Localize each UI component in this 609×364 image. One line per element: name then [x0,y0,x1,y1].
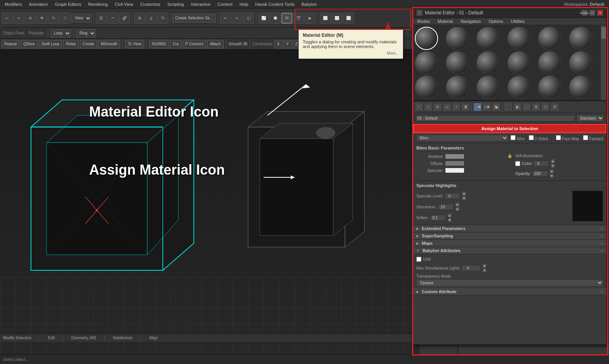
mat-menu-navigation[interactable]: Navigation [457,18,485,25]
mat-menu-utilities[interactable]: Utilities [507,18,528,25]
msmooth-btn[interactable]: MSmooth [98,40,120,48]
attach-btn[interactable]: Attach [207,40,223,48]
angle-snap-btn[interactable]: ∡ [146,13,157,24]
sphere-18[interactable] [569,76,592,99]
max-lights-down[interactable]: ▼ [482,268,487,273]
link-btn[interactable]: ⛓ [96,13,107,24]
mat-make-unique-btn[interactable]: ⬡ [541,103,550,111]
view-dropdown[interactable]: View [71,14,91,22]
gloss-down[interactable]: ▼ [455,207,460,211]
opacity-value[interactable] [532,171,548,177]
mat-plane-btn[interactable]: ▭ [443,103,451,111]
minimize-btn[interactable]: Modes [581,10,588,16]
ring-dropdown[interactable]: Ring [76,29,96,38]
bind-btn[interactable]: 🔗 [119,13,130,24]
sphere-16[interactable] [507,76,531,99]
move-btn[interactable]: ✥ [36,13,47,24]
redo-btn[interactable]: ↪ [13,13,24,24]
unlink-btn[interactable]: ✂ [107,13,118,24]
mat-delete-btn[interactable]: 🗑 [461,103,470,111]
mat-editor-body[interactable]: Assign Material to Selection Blinn Wire … [413,124,606,344]
menu-customize[interactable]: Customize [137,1,164,7]
smooth30-btn[interactable]: Smooth 30 [229,42,247,46]
mat-video-btn[interactable]: 🎥 [523,103,531,111]
percent-snap-btn[interactable]: % [157,13,168,24]
to-view-btn[interactable]: To View [125,40,144,48]
menu-modifiers[interactable]: Modifiers [2,1,25,7]
color-lock-icon[interactable]: 🔒 [507,153,512,158]
qslice-btn[interactable]: QSlice [21,40,37,48]
sphere-17[interactable] [538,76,561,99]
menu-havok[interactable]: Havok Content Tools [252,1,297,7]
create-selection-btn[interactable]: Create Selection Se... [173,14,216,22]
sphere-14[interactable] [446,76,469,99]
faceted-check[interactable]: Faceted [583,135,603,141]
max-lights-up[interactable]: ▲ [482,263,487,268]
select-btn[interactable]: ⊕ [25,13,36,24]
menu-help[interactable]: Help [236,1,252,7]
wire-check[interactable]: Wire [511,135,524,141]
supersampling-header[interactable]: ▶ SuperSampling ≡ [413,232,606,240]
opacity-up-btn[interactable]: ▲ [549,169,554,173]
mat-cylinder-btn[interactable]: ⊖ [433,103,442,111]
soften-input[interactable] [430,215,446,221]
mat-put-to-lib-btn[interactable]: 📚 [492,103,500,111]
specular-swatch[interactable] [445,168,464,173]
sphere-12[interactable] [569,51,592,74]
swift-loop-btn[interactable]: Swift Loop [39,40,62,48]
p-connect-btn[interactable]: P Connect [183,40,206,48]
menu-civil-view[interactable]: Civil View [112,1,136,7]
sphere-10[interactable] [507,51,531,74]
sphere-2[interactable] [446,27,469,50]
spec-level-input[interactable] [445,193,460,199]
mat-options-btn[interactable]: ⚙ [532,103,540,111]
color-down-btn[interactable]: ▼ [550,163,555,168]
two-sided-check[interactable]: 2-Sided [529,135,548,141]
menu-rendering[interactable]: Rendering [85,1,111,7]
spec-level-down[interactable]: ▼ [462,196,466,201]
loop-dropdown[interactable]: Loop [50,29,71,38]
mat-show-hw-btn[interactable]: ◧ [513,103,522,111]
layer-btn[interactable]: ◱ [243,13,254,24]
ambient-swatch[interactable] [445,154,464,159]
mirror-btn[interactable]: ⇔ [220,13,231,24]
menu-content[interactable]: Content [214,1,236,7]
sphere-11[interactable] [538,51,561,74]
sphere-3[interactable] [476,27,500,50]
menu-animation[interactable]: Animation [26,1,51,7]
mat-menu-options[interactable]: Options [485,18,507,25]
relax-btn[interactable]: Relax [63,40,79,48]
curve-editor-btn[interactable]: 📈 [258,13,269,24]
main-viewport[interactable]: Modify Selection | Edit | Geometry (All)… [0,50,458,354]
scale-btn[interactable]: ⬡ [60,13,71,24]
gloss-up[interactable]: ▲ [455,202,460,207]
sphere-scrollbar[interactable] [601,25,606,100]
snap-btn[interactable]: ⊞ [134,13,145,24]
mat-name-input[interactable] [416,115,575,122]
mat-sphere-btn[interactable]: ○ [415,103,423,111]
opacity-down-btn[interactable]: ▼ [549,173,554,178]
mat-show-map-btn[interactable]: ⬛ [504,103,512,111]
close-btn[interactable]: ✕ [597,10,603,16]
babylon-attrs-header[interactable]: ▼ Babylon Attributes ≡ [413,247,606,254]
undo-btn[interactable]: ↩ [2,13,12,24]
mat-type-dropdown[interactable]: Standard [576,115,604,122]
mat-select-by-mat-btn[interactable]: ▷■ [483,103,491,111]
sphere-15[interactable] [476,76,500,99]
modify-selection-label[interactable]: Modify Selection [3,336,31,340]
tooltip-more-link[interactable]: More... [303,51,399,55]
menu-interactive[interactable]: Interactive [188,1,214,7]
menu-graph-editors[interactable]: Graph Editors [52,1,85,7]
sphere-6[interactable] [569,27,592,50]
material-editor-btn[interactable]: M [281,13,292,24]
max-lights-input[interactable] [461,265,481,271]
y-btn[interactable]: Y [283,40,292,48]
maps-header[interactable]: ▶ Maps ≡ [413,240,606,247]
repeat-btn[interactable]: Repeat [2,40,19,48]
color-checkbox[interactable] [515,161,520,166]
mat-dot-btn[interactable]: • [452,103,461,111]
color-up-btn[interactable]: ▲ [550,159,555,163]
schematic-btn[interactable]: 🔲 [270,13,281,24]
sphere-13[interactable] [415,76,438,99]
soften-down[interactable]: ▼ [447,218,452,222]
